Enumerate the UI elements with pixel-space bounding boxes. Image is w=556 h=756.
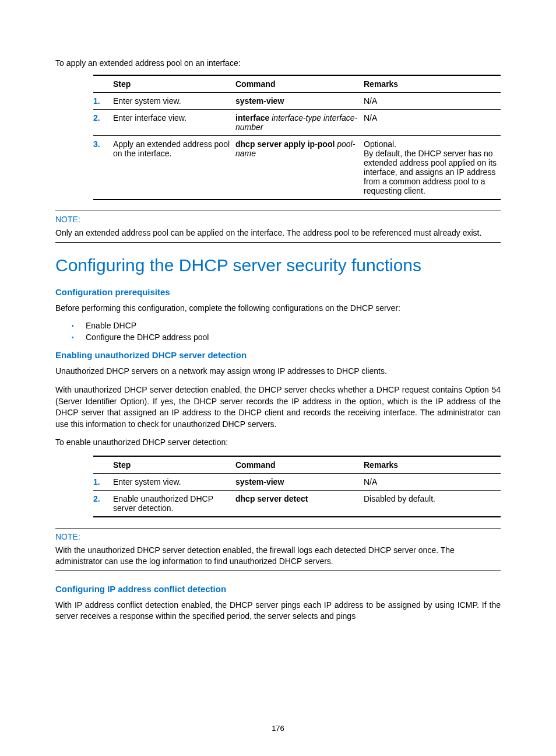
- para-2b: With unauthorized DHCP server detection …: [55, 384, 501, 430]
- table2-header-step: Step: [113, 456, 235, 474]
- table-row: 1. Enter system view. system-view N/A: [93, 93, 501, 110]
- step-number: 1.: [93, 96, 100, 106]
- steps-table-1: Step Command Remarks 1. Enter system vie…: [93, 75, 501, 200]
- table-row: 2. Enable unauthorized DHCP server detec…: [93, 491, 501, 517]
- table-row: 3. Apply an extended address pool on the…: [93, 136, 501, 200]
- step-desc: Enable unauthorized DHCP server detectio…: [113, 491, 235, 517]
- step-command: system-view: [235, 474, 364, 491]
- table-2-wrapper: Step Command Remarks 1. Enter system vie…: [93, 456, 501, 517]
- prereq-list: Enable DHCP Configure the DHCP address p…: [55, 321, 501, 342]
- subheading-conflict-detection: Configuring IP address conflict detectio…: [55, 584, 501, 594]
- step-number: 2.: [93, 494, 100, 503]
- step-number: 1.: [93, 477, 100, 487]
- section-heading: Configuring the DHCP server security fun…: [55, 256, 501, 275]
- intro-text-1: To apply an extended address pool on an …: [55, 58, 501, 68]
- step-desc: Enter interface view.: [113, 110, 235, 136]
- table2-header-command: Command: [235, 456, 364, 474]
- subheading-unauthorized-detection: Enabling unauthorized DHCP server detect…: [55, 350, 501, 360]
- para-2c: To enable unauthorized DHCP server detec…: [55, 437, 501, 449]
- note-text: With the unauthorized DHCP server detect…: [55, 545, 501, 567]
- table1-header-step: Step: [113, 75, 235, 93]
- note-block-1: NOTE: Only an extended address pool can …: [55, 211, 501, 243]
- note-label: NOTE:: [55, 532, 501, 541]
- table-row: 2. Enter interface view. interface inter…: [93, 110, 501, 136]
- step-remarks: N/A: [364, 474, 501, 491]
- step-desc: Apply an extended address pool on the in…: [113, 136, 235, 200]
- page-container: To apply an extended address pool on an …: [0, 0, 556, 756]
- step-command: interface interface-type interface-numbe…: [235, 110, 364, 136]
- step-command: dhcp server apply ip-pool pool-name: [235, 136, 364, 200]
- para-3a: With IP address conflict detection enabl…: [55, 600, 501, 622]
- table1-header-command: Command: [235, 75, 364, 93]
- step-desc: Enter system view.: [113, 474, 235, 491]
- table-1-wrapper: Step Command Remarks 1. Enter system vie…: [93, 75, 501, 200]
- table1-header-remarks: Remarks: [364, 75, 501, 93]
- note-block-2: NOTE: With the unauthorized DHCP server …: [55, 528, 501, 571]
- step-number: 3.: [93, 139, 100, 149]
- step-remarks: Disabled by default.: [364, 491, 501, 517]
- page-number: 176: [0, 724, 556, 733]
- steps-table-2: Step Command Remarks 1. Enter system vie…: [93, 456, 501, 517]
- step-desc: Enter system view.: [113, 93, 235, 110]
- list-item: Enable DHCP: [72, 321, 501, 330]
- step-command: system-view: [235, 93, 364, 110]
- para-2a: Unauthorized DHCP servers on a network m…: [55, 366, 501, 377]
- subheading-prerequisites: Configuration prerequisites: [55, 287, 501, 297]
- step-number: 2.: [93, 113, 100, 123]
- prereq-intro: Before performing this configuration, co…: [55, 303, 501, 314]
- list-item: Configure the DHCP address pool: [72, 332, 501, 342]
- step-remarks: N/A: [364, 110, 501, 136]
- table-row: 1. Enter system view. system-view N/A: [93, 474, 501, 491]
- step-command: dhcp server detect: [235, 491, 364, 517]
- note-text: Only an extended address pool can be app…: [55, 228, 501, 239]
- step-remarks: N/A: [364, 93, 501, 110]
- table2-header-remarks: Remarks: [364, 456, 501, 474]
- note-label: NOTE:: [55, 215, 501, 224]
- step-remarks: Optional. By default, the DHCP server ha…: [364, 136, 501, 200]
